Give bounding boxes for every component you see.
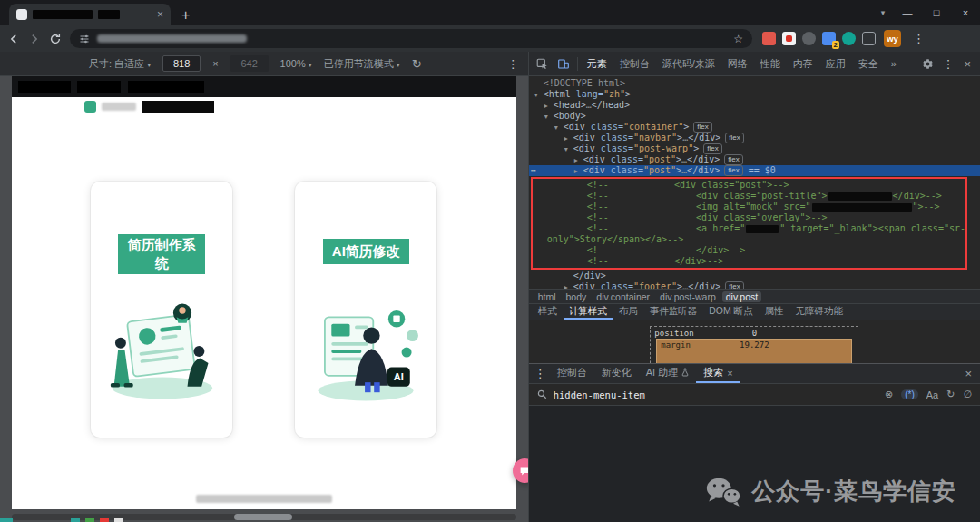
device-size-select[interactable]: 尺寸: 自适应▾ bbox=[89, 57, 151, 71]
browser-menu-icon[interactable]: ⋮ bbox=[909, 32, 928, 45]
devtools-menu-icon[interactable]: ⋮ bbox=[938, 57, 957, 71]
drawer-tab[interactable]: 新变化 bbox=[594, 364, 639, 383]
more-panels-chevron[interactable]: » bbox=[885, 52, 903, 75]
elements-tree-row[interactable]: ▸<div class="navbar">…</div>flex bbox=[529, 133, 980, 143]
elements-tree-comment-row[interactable]: <!-- <div class="post-title"></div>--> bbox=[533, 191, 965, 202]
close-tab-icon[interactable]: × bbox=[727, 368, 732, 379]
search-input[interactable]: hidden-menu-item bbox=[554, 389, 645, 400]
maximize-button[interactable]: □ bbox=[922, 7, 951, 18]
flex-badge[interactable]: flex bbox=[725, 281, 743, 289]
devtools-panel-tab[interactable]: 网络 bbox=[721, 52, 754, 75]
breadcrumb-item[interactable]: div.post-warp bbox=[656, 291, 720, 302]
styles-sidebar-tab[interactable]: 计算样式 bbox=[564, 304, 612, 320]
clear-input-icon[interactable]: ⊗ bbox=[885, 389, 893, 400]
elements-tree-row-selected[interactable]: ⋯▸<div class="post">…</div>flex == $0 bbox=[529, 165, 980, 176]
flex-badge[interactable]: flex bbox=[724, 154, 742, 165]
breadcrumb-item[interactable]: body bbox=[563, 291, 591, 302]
scrollbar-thumb[interactable] bbox=[234, 514, 292, 520]
expand-arrow-icon[interactable]: ▸ bbox=[564, 282, 573, 289]
breadcrumb-item[interactable]: div.container bbox=[593, 291, 653, 302]
address-bar[interactable]: ☆ bbox=[70, 29, 752, 48]
styles-sidebar-tab[interactable]: 布局 bbox=[613, 304, 643, 320]
extension-icon[interactable] bbox=[842, 32, 856, 45]
expand-arrow-icon[interactable]: ▸ bbox=[574, 166, 583, 177]
card-ai-resume[interactable]: AI简历修改 bbox=[295, 182, 436, 438]
devtools-panel-tab[interactable]: 内存 bbox=[787, 52, 819, 75]
breadcrumb-item[interactable]: html bbox=[534, 291, 560, 302]
breadcrumb-item[interactable]: div.post bbox=[722, 291, 761, 302]
node-menu-icon[interactable]: ⋯ bbox=[531, 165, 536, 176]
styles-sidebar-tab[interactable]: 无障碍功能 bbox=[790, 304, 849, 320]
elements-tree-row[interactable]: ▸<div class="footer">…</div>flex bbox=[529, 281, 980, 289]
devtools-panel-tab[interactable]: 控制台 bbox=[613, 52, 656, 75]
drawer-tab[interactable]: AI 助理 bbox=[639, 364, 696, 383]
devtools-panel-tab[interactable]: 性能 bbox=[754, 52, 787, 75]
regex-toggle[interactable]: (*) bbox=[901, 389, 918, 399]
elements-tree-comment-row[interactable]: <!-- <div class="post">--> bbox=[533, 180, 965, 191]
drawer-menu-icon[interactable]: ⋮ bbox=[531, 367, 550, 380]
elements-tree-row[interactable]: ▸<div class="post">…</div>flex bbox=[529, 154, 980, 165]
device-width-input[interactable]: 818 bbox=[162, 55, 201, 72]
elements-tree-comment-row[interactable]: <!-- <a href="" target="_blank"><span cl… bbox=[533, 223, 965, 234]
device-toolbar-toggle-icon[interactable] bbox=[553, 58, 574, 70]
styles-sidebar-tab[interactable]: DOM 断点 bbox=[703, 304, 758, 320]
chat-float-button[interactable] bbox=[513, 458, 528, 483]
devtools-panel-tab[interactable]: 应用 bbox=[819, 52, 852, 75]
extension-icon[interactable] bbox=[782, 32, 796, 45]
clear-results-icon[interactable]: ∅ bbox=[963, 389, 972, 400]
browser-tab[interactable]: × bbox=[9, 4, 171, 25]
elements-tree-comment-row[interactable]: <!-- </div>--> bbox=[533, 256, 965, 267]
extension-icon[interactable] bbox=[762, 32, 776, 45]
extensions-puzzle-icon[interactable] bbox=[862, 32, 876, 45]
tab-close-icon[interactable]: × bbox=[157, 9, 163, 20]
extension-icon[interactable] bbox=[802, 32, 816, 45]
elements-tree-comment-row[interactable]: <!-- <div class="overlay">--> bbox=[533, 212, 965, 223]
drawer-tab[interactable]: 搜索× bbox=[696, 364, 740, 383]
styles-sidebar-tab[interactable]: 样式 bbox=[533, 304, 563, 320]
flex-badge[interactable]: flex bbox=[703, 143, 721, 154]
flex-badge[interactable]: flex bbox=[724, 165, 742, 176]
margin-box[interactable]: margin 19.272 bbox=[656, 339, 852, 363]
devtools-panel-tab[interactable]: 源代码/来源 bbox=[656, 52, 721, 75]
site-info-icon[interactable] bbox=[79, 34, 90, 44]
elements-tree-comment-row[interactable]: only">Story</span></a>--> bbox=[533, 234, 965, 245]
rotate-device-icon[interactable]: ↻ bbox=[412, 57, 422, 71]
zoom-select[interactable]: 100%▾ bbox=[280, 58, 312, 69]
styles-sidebar-tab[interactable]: 属性 bbox=[760, 304, 789, 320]
extension-icon[interactable]: 2 bbox=[822, 32, 836, 45]
forward-button[interactable] bbox=[28, 33, 41, 45]
elements-tree-row[interactable]: ▸<head>…</head> bbox=[529, 100, 980, 111]
elements-tree-row[interactable]: ▾<div class="container">flex bbox=[529, 122, 980, 133]
back-button[interactable] bbox=[7, 33, 20, 45]
elements-tree-row[interactable]: ▾<html lang="zh"> bbox=[529, 89, 980, 100]
card-resume-builder[interactable]: 简历制作系统 bbox=[91, 182, 232, 438]
devtools-close-icon[interactable]: × bbox=[957, 57, 977, 71]
devtools-panel-tab[interactable]: 元素 bbox=[581, 52, 613, 75]
throttling-select[interactable]: 已停用节流模式▾ bbox=[324, 57, 400, 71]
box-model-diagram[interactable]: position 0 margin 19.272 bbox=[650, 326, 858, 363]
reload-button[interactable] bbox=[49, 33, 62, 45]
flex-badge[interactable]: flex bbox=[693, 122, 711, 133]
devtools-panel-tab[interactable]: 安全 bbox=[852, 52, 885, 75]
minimize-button[interactable]: — bbox=[893, 7, 922, 18]
tab-search-icon[interactable]: ▾ bbox=[873, 8, 893, 17]
elements-tree-row[interactable]: <!DOCTYPE html> bbox=[529, 78, 980, 89]
drawer-close-icon[interactable]: × bbox=[958, 367, 978, 380]
elements-tree-row[interactable]: ▾<div class="post-warp">flex bbox=[529, 143, 980, 154]
gear-icon[interactable] bbox=[917, 58, 938, 70]
profile-avatar[interactable]: wy bbox=[884, 30, 901, 47]
elements-tree-row[interactable]: </div> bbox=[529, 271, 980, 281]
drawer-tab[interactable]: 控制台 bbox=[550, 364, 594, 383]
match-case-toggle[interactable]: Aa bbox=[926, 389, 938, 400]
device-height-input[interactable]: 642 bbox=[230, 55, 269, 72]
styles-sidebar-tab[interactable]: 事件监听器 bbox=[644, 304, 703, 320]
new-tab-button[interactable]: + bbox=[181, 8, 190, 23]
elements-tree-comment-row[interactable]: <!-- <img alt="mock" src="">--> bbox=[533, 202, 965, 212]
bookmark-star-icon[interactable]: ☆ bbox=[733, 33, 743, 45]
flex-badge[interactable]: flex bbox=[725, 133, 743, 143]
inspect-element-icon[interactable] bbox=[532, 58, 553, 70]
elements-tree-comment-row[interactable]: <!-- </div>--> bbox=[533, 245, 965, 256]
refresh-icon[interactable]: ↻ bbox=[946, 389, 955, 400]
close-button[interactable]: × bbox=[951, 7, 980, 18]
device-toolbar-menu-icon[interactable]: ⋮ bbox=[504, 57, 523, 71]
